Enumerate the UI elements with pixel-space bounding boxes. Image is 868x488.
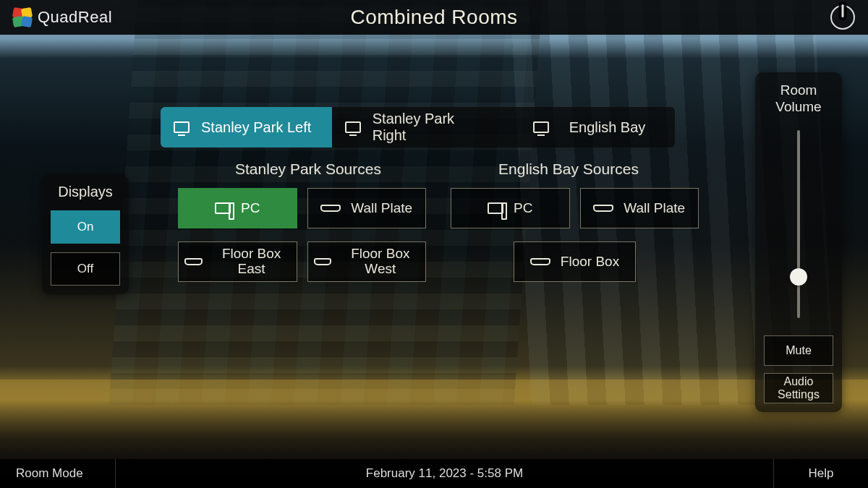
- volume-slider-thumb[interactable]: [790, 268, 807, 286]
- top-bar: QuadReal Combined Rooms: [0, 0, 868, 35]
- room-tabs: Stanley Park Left Stanley Park Right Eng…: [161, 107, 675, 147]
- audio-settings-button[interactable]: Audio Settings: [764, 373, 833, 403]
- hdmi-icon: [320, 205, 341, 212]
- tab-stanley-park-left[interactable]: Stanley Park Left: [161, 107, 332, 147]
- hdmi-icon: [184, 258, 203, 265]
- source-sp-pc[interactable]: PC: [178, 188, 297, 228]
- monitor-icon: [533, 121, 549, 133]
- hdmi-icon: [593, 205, 613, 212]
- source-eb-floorbox[interactable]: Floor Box: [514, 241, 635, 282]
- monitor-icon: [174, 121, 190, 133]
- bottom-bar: Room Mode February 11, 2023 - 5:58 PM He…: [0, 459, 868, 488]
- page-title: Combined Rooms: [350, 6, 517, 29]
- tab-label: Stanley Park Left: [201, 119, 311, 136]
- displays-on-button[interactable]: On: [51, 210, 120, 244]
- tab-label: Stanley Park Right: [373, 111, 490, 144]
- source-sp-floor-east[interactable]: Floor Box East: [178, 241, 297, 282]
- displays-heading: Displays: [51, 184, 120, 200]
- english-bay-sources-heading: English Bay Sources: [438, 160, 699, 178]
- source-label: Floor Box West: [341, 247, 420, 277]
- stanley-park-sources: PC Wall Plate Floor Box East Floor Box W…: [178, 188, 426, 282]
- tab-stanley-park-right[interactable]: Stanley Park Right: [332, 107, 503, 147]
- english-bay-sources: PC Wall Plate Floor Box: [451, 188, 699, 282]
- pc-icon: [215, 202, 231, 214]
- source-eb-pc[interactable]: PC: [451, 188, 570, 228]
- volume-panel: Room Volume Mute Audio Settings: [755, 72, 842, 412]
- datetime-display: February 11, 2023 - 5:58 PM: [116, 459, 774, 488]
- hdmi-icon: [530, 258, 550, 265]
- help-button[interactable]: Help: [774, 459, 868, 488]
- source-sp-wallplate[interactable]: Wall Plate: [307, 188, 427, 228]
- sources-area: Stanley Park Sources English Bay Sources…: [178, 160, 699, 282]
- source-sp-floor-west[interactable]: Floor Box West: [307, 241, 427, 282]
- source-eb-wallplate[interactable]: Wall Plate: [580, 188, 699, 228]
- tab-english-bay[interactable]: English Bay: [503, 107, 675, 147]
- power-icon[interactable]: [830, 5, 855, 30]
- tab-label: English Bay: [569, 119, 646, 136]
- volume-heading: Room Volume: [764, 82, 833, 116]
- hdmi-icon: [314, 258, 331, 265]
- source-label: PC: [241, 201, 260, 216]
- room-mode-button[interactable]: Room Mode: [0, 459, 116, 488]
- stanley-park-sources-heading: Stanley Park Sources: [178, 160, 438, 178]
- source-label: Floor Box East: [213, 247, 291, 277]
- source-label: Wall Plate: [351, 201, 412, 216]
- pc-icon: [488, 202, 503, 214]
- volume-slider[interactable]: [797, 130, 800, 318]
- logo-mark-icon: [13, 8, 32, 27]
- brand-logo: QuadReal: [13, 8, 112, 27]
- mute-button[interactable]: Mute: [764, 335, 833, 366]
- source-label: Floor Box: [561, 254, 619, 270]
- displays-off-button[interactable]: Off: [51, 252, 120, 286]
- monitor-icon: [345, 121, 361, 133]
- source-label: PC: [514, 201, 532, 216]
- brand-name: QuadReal: [38, 8, 112, 27]
- displays-panel: Displays On Off: [42, 175, 129, 294]
- source-label: Wall Plate: [624, 201, 685, 216]
